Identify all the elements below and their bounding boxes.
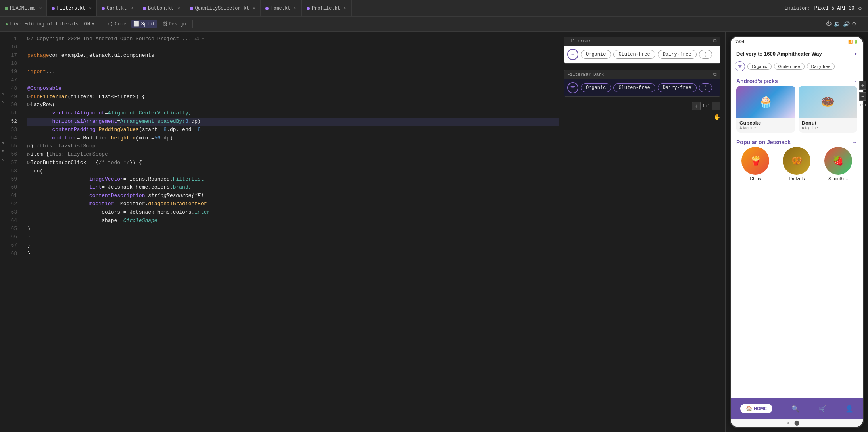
popular-arrow[interactable]: →	[852, 139, 857, 145]
nav-home-pill[interactable]: 🏠 HOME	[740, 404, 772, 413]
toolbar-divider-2	[192, 20, 193, 28]
popular-img-chips: 🍟	[741, 147, 769, 175]
popular-card-pretzels[interactable]: 🥨 Pretzels	[778, 147, 816, 181]
filterbar-preview-header: FilterBar ⧉	[564, 37, 720, 46]
phone-chip-dairy[interactable]: Dairy-free	[807, 63, 835, 70]
tab-close-home[interactable]: ×	[294, 6, 297, 11]
wifi-icon: 📶	[848, 40, 853, 44]
preview-dark-copy-icon[interactable]: ⧉	[713, 72, 717, 77]
linenum-51: 51	[6, 109, 20, 118]
code-line-17: package com.example.jetsnack.ui.componen…	[27, 52, 559, 60]
linenum-52: 52	[6, 118, 20, 126]
back-btn[interactable]: ◁	[786, 420, 789, 425]
nav-profile[interactable]: 👤	[845, 405, 853, 413]
pick-card-cupcake[interactable]: 🧁 Cupcake A tag line	[736, 86, 795, 133]
nav-search[interactable]: 🔍	[791, 405, 799, 413]
live-editing-label: Live Editing of Literals: ON	[10, 21, 90, 27]
pick-tag-donut: A tag line	[802, 126, 855, 130]
nav-cart[interactable]: 🛒	[818, 405, 826, 413]
home-icon: 🏠	[746, 405, 752, 412]
vol-up-icon[interactable]: 🔊	[843, 21, 850, 27]
tab-close-profile[interactable]: ×	[344, 6, 347, 11]
phone-time: 7:04	[735, 39, 744, 44]
power-icon[interactable]: ⏻	[826, 21, 832, 27]
eq-62: = Modifier.	[114, 200, 148, 208]
tab-close-readme[interactable]: ×	[39, 6, 42, 11]
phone-chip-gluten[interactable]: Gluten-free	[774, 63, 805, 70]
linenum-17: 17	[6, 52, 20, 60]
battery-icon: 🔋	[854, 40, 858, 44]
popular-card-smoothie[interactable]: 🍓 Smoothi...	[819, 147, 857, 181]
popular-name-pretzels: Pretzels	[789, 176, 805, 181]
tab-readme[interactable]: README.md ×	[0, 0, 47, 16]
tab-qty[interactable]: QuantitySelector.kt ×	[185, 0, 261, 16]
design-icon: 🖼	[162, 21, 167, 27]
cart-icon: 🛒	[818, 405, 826, 413]
preview-copy-icon[interactable]: ⧉	[713, 39, 717, 44]
chip-organic-light[interactable]: Organic	[581, 50, 611, 59]
code-btn[interactable]: ⟨⟩ Code	[105, 20, 129, 28]
tab-cart[interactable]: Cart.kt ×	[97, 0, 138, 16]
rotate-icon[interactable]: ⟳	[852, 21, 857, 27]
chip-gluten-dark[interactable]: Gluten-free	[613, 83, 655, 92]
filterbar-dark-header: FilterBar Dark ⧉	[564, 70, 720, 79]
chip-dairy-light[interactable]: Dairy-free	[658, 50, 697, 59]
gutter-65	[0, 222, 6, 230]
top-bar-right: Emulator: Pixel 5 API 30 ⚙	[785, 5, 868, 12]
recent-btn[interactable]: ◻	[805, 420, 807, 425]
brace-66: }	[27, 233, 31, 241]
chip-more-light[interactable]: (	[699, 50, 712, 59]
phone-zoom-out[interactable]: −	[859, 92, 866, 101]
pick-card-donut[interactable]: 🍩 Donut A tag line	[799, 86, 858, 133]
tab-close-button[interactable]: ×	[177, 6, 180, 11]
pick-image-donut: 🍩	[799, 86, 858, 118]
param-cp: contentPadding	[52, 126, 95, 134]
design-label: Design	[169, 21, 186, 27]
phone-chip-organic[interactable]: Organic	[747, 63, 772, 70]
eq-51: =	[105, 109, 108, 118]
val-8-53a: 8	[163, 126, 167, 134]
vol-down-icon[interactable]: 🔉	[834, 21, 841, 27]
home-btn[interactable]: ⬤	[794, 420, 799, 426]
linenum-54: 54	[6, 134, 20, 143]
phone-frame: 7:04 📶 🔋 Delivery to 1600 Amphitheater W…	[730, 36, 864, 428]
chip-dairy-dark[interactable]: Dairy-free	[658, 83, 697, 92]
chip-organic-dark[interactable]: Organic	[581, 83, 611, 92]
chip-gluten-light[interactable]: Gluten-free	[613, 50, 655, 59]
spaces-61	[27, 192, 89, 200]
settings-icon[interactable]: ⚙	[858, 5, 862, 12]
more-icon[interactable]: ⋮	[859, 21, 865, 27]
zoom-in-btn[interactable]: +	[692, 102, 701, 110]
param-tint: tint	[89, 183, 102, 192]
linenum-48: 48	[6, 85, 20, 93]
popular-card-chips[interactable]: 🍟 Chips	[736, 147, 774, 181]
heightin-params: (min =	[136, 134, 154, 143]
tab-home[interactable]: Home.kt ×	[261, 0, 302, 16]
filterbar-dark-content: Organic Gluten-free Dairy-free (	[564, 79, 720, 96]
live-editing-toggle[interactable]: ▶ Live Editing of Literals: ON ▾	[3, 20, 97, 28]
popular-img-pretzels: 🥨	[783, 147, 810, 175]
phone-delivery-header[interactable]: Delivery to 1600 Amphitheater Way ▾	[731, 46, 863, 60]
code-line-53: contentPadding = PaddingValues (start = …	[27, 126, 559, 134]
phone-filter-icon[interactable]	[735, 61, 745, 71]
design-btn[interactable]: 🖼 Design	[160, 20, 188, 28]
tab-profile[interactable]: Profile.kt ×	[302, 0, 352, 16]
iconbutton: IconButton(onClick = {	[31, 159, 99, 167]
zoom-out-btn[interactable]: −	[712, 102, 720, 110]
tab-close-filters[interactable]: ×	[89, 6, 92, 11]
drag-handle: ✋	[561, 112, 724, 122]
phone-zoom-in[interactable]: +	[859, 81, 866, 90]
linenum-64: 64	[6, 217, 20, 225]
popular-title: Popular on Jetsnack	[736, 139, 791, 145]
split-btn[interactable]: ⬜ Split	[131, 20, 157, 28]
eq-53: =	[96, 126, 99, 134]
tab-filters[interactable]: Filters.kt ×	[47, 0, 97, 16]
gutter-19	[0, 65, 6, 73]
search-icon: 🔍	[791, 405, 799, 413]
live-editing-icon: ▶	[6, 21, 8, 27]
androids-picks-arrow[interactable]: →	[852, 78, 857, 84]
chip-more-dark[interactable]: (	[699, 83, 712, 92]
tab-close-qty[interactable]: ×	[253, 6, 255, 11]
tab-close-cart[interactable]: ×	[130, 6, 133, 11]
tab-button[interactable]: Button.kt ×	[138, 0, 185, 16]
